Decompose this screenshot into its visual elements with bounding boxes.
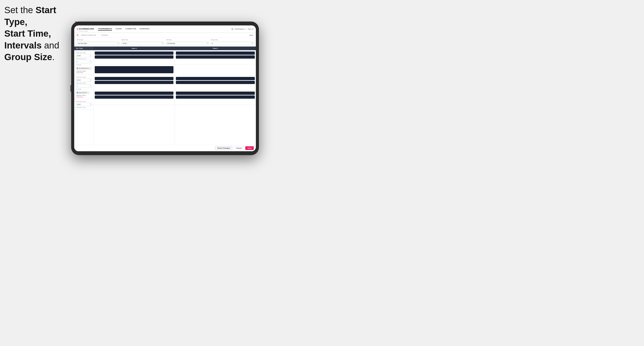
player-x-icon[interactable]: × ○	[170, 52, 172, 54]
team2-group1-player1: × ○	[176, 51, 255, 55]
group-size-select-wrapper[interactable]: 3 2 4	[211, 41, 253, 45]
hole-down-2[interactable]: ▼	[90, 86, 91, 87]
add-group-btn-1[interactable]: + Add Group	[76, 72, 92, 73]
group-size-label: Group Size	[211, 39, 253, 40]
starting-time-value-1: 10:00	[77, 55, 81, 56]
tournament-sub: Hosting	[101, 34, 108, 36]
player-x-icon[interactable]: × ○	[170, 56, 172, 58]
sidebar-column: STARTING TIME: 10:00 ▲ ▼ STARTING HOLE: …	[74, 50, 94, 145]
course-name-1: (A) Peachtree GC	[79, 68, 89, 69]
hole-down-1[interactable]: ▼	[90, 62, 91, 63]
team2-column: × ○ × ○ × ○ × ○	[175, 50, 256, 145]
remove-group-btn-1[interactable]: ○ Remove Group	[76, 70, 92, 72]
player-x-icon[interactable]: × ○	[252, 78, 254, 79]
user-avatar	[231, 28, 234, 30]
team1-course-row1: × ○	[94, 65, 174, 76]
team1-group3-player1: × ○	[95, 92, 174, 95]
th-tee-time: Tee Time	[74, 46, 94, 50]
team1-group3-player2: × ○	[95, 95, 174, 99]
group-size-select[interactable]: 3 2 4	[211, 42, 253, 45]
player-x-icon[interactable]: × ○	[252, 92, 254, 94]
nav-tab-rankings[interactable]: RANKINGS	[140, 27, 150, 31]
instruction-bold-1: Start Type,	[4, 5, 56, 27]
start-time-select-wrapper[interactable]: 10:00 09:00 11:00	[122, 41, 164, 45]
hole-stepper-1[interactable]: ▲ ▼	[90, 61, 91, 63]
nav-tab-teams[interactable]: TEAMS	[116, 27, 122, 31]
hole-stepper-2[interactable]: ▲ ▼	[90, 85, 91, 87]
player-x-icon[interactable]: × ○	[252, 56, 254, 58]
player-x-icon[interactable]: × ○	[252, 96, 254, 98]
starting-time-value-3: 10:20	[77, 104, 81, 105]
time-down-1[interactable]: ▼	[90, 56, 91, 57]
course-tag-1: (A) Peachtree GC ×	[76, 67, 92, 70]
team1-group1-player1: × ○	[95, 51, 174, 55]
table-header: Tee Time Team 1 Team 2	[74, 46, 256, 50]
logo-text-block: SCOREBOARD Powered by clippd	[79, 26, 94, 32]
course-remove-2[interactable]: ×	[88, 92, 88, 94]
team1-group2-player1: × ○	[95, 77, 174, 80]
team2-group3-player1: × ○	[176, 92, 255, 95]
tablet-side-button	[70, 85, 71, 92]
start-time-label: Start Time	[122, 39, 164, 40]
reset-button[interactable]: Reset Changes	[215, 146, 232, 150]
intervals-select-wrapper[interactable]: 10 Minutes 8 Minutes 12 Minutes	[166, 41, 209, 45]
team1-group3: × ○ × ○	[94, 90, 174, 105]
nav-bar: C SCOREBOARD Powered by clippd TOURNAMEN…	[74, 25, 256, 33]
tablet-frame: C SCOREBOARD Powered by clippd TOURNAMEN…	[71, 21, 259, 155]
team1-column: × ○ × ○ × ○ × ○	[94, 50, 175, 145]
start-time-select[interactable]: 10:00 09:00 11:00	[122, 42, 164, 45]
start-type-label: Start Type	[77, 39, 119, 40]
back-button[interactable]: Back	[250, 34, 253, 36]
start-type-select-wrapper[interactable]: 1st Tee Start Shotgun Start	[77, 41, 119, 45]
time-stepper-1[interactable]: ▲ ▼	[90, 54, 91, 57]
start-type-select[interactable]: 1st Tee Start Shotgun Start	[77, 42, 119, 45]
remove-group-btn-2[interactable]: ○ Remove Group	[76, 95, 92, 96]
instruction-bold-3: Intervals	[4, 40, 42, 50]
starting-hole-label-2: STARTING HOLE:	[76, 83, 92, 84]
player-x-icon[interactable]: × ○	[170, 78, 172, 79]
team2-group2-player2: × ○	[176, 81, 255, 84]
sub-header: C Clippd Invitational › Hosting Back	[74, 33, 256, 38]
logo-text: SCOREBOARD	[79, 28, 94, 30]
save-button[interactable]: Save	[245, 146, 254, 150]
team1-group1-player2: × ○	[95, 55, 174, 59]
time-down-3[interactable]: ▼	[90, 104, 91, 105]
cancel-button[interactable]: Cancel	[234, 146, 244, 150]
player-x-icon[interactable]: × ○	[170, 96, 172, 98]
player-x-icon[interactable]: × ○	[170, 92, 172, 94]
footer-bar: Reset Changes Cancel Save	[74, 145, 256, 151]
team1-group2: × ○ × ○	[94, 76, 174, 90]
user-email: blair@clippd.io	[235, 28, 245, 30]
course-tag-2: East Lake GC ×	[76, 92, 89, 94]
time-stepper-2[interactable]: ▲ ▼	[90, 79, 91, 81]
group-actions-2: ○ Remove Group + Add Group	[76, 95, 92, 98]
group-2-sidebar: STARTING TIME: 10:10 ▲ ▼ STARTING HOLE: …	[74, 75, 94, 99]
starting-hole-input-1[interactable]: 1 ▲ ▼	[76, 60, 92, 63]
starting-time-input-2[interactable]: 10:10 ▲ ▼	[76, 78, 92, 82]
player-x-icon[interactable]: × ○	[252, 82, 254, 83]
add-group-btn-2[interactable]: + Add Group	[76, 96, 92, 98]
sign-out-link[interactable]: Sign out	[248, 28, 253, 30]
course-icon-1	[77, 68, 78, 69]
team2-group1: × ○ × ○	[175, 50, 256, 65]
starting-hole-label-1: STARTING HOLE:	[76, 58, 92, 59]
team2-group3: × ○ × ○	[175, 90, 256, 105]
course-remove-1[interactable]: ×	[90, 68, 90, 69]
starting-time-input-1[interactable]: 10:00 ▲ ▼	[76, 54, 92, 57]
intervals-select[interactable]: 10 Minutes 8 Minutes 12 Minutes	[166, 42, 209, 45]
player-x-icon[interactable]: × ○	[170, 69, 172, 70]
nav-tab-committee[interactable]: COMMITTEE	[125, 27, 136, 31]
team2-course-row1	[175, 65, 256, 76]
starting-hole-input-2[interactable]: 1 ▲ ▼	[76, 84, 92, 88]
starting-time-label-2: STARTING TIME:	[76, 76, 92, 78]
time-down-2[interactable]: ▼	[90, 80, 91, 81]
player-x-icon[interactable]: × ○	[252, 52, 254, 54]
nav-tabs: TOURNAMENTS TEAMS COMMITTEE RANKINGS	[98, 27, 231, 31]
time-stepper-3[interactable]: ▲ ▼	[90, 103, 91, 105]
nav-tab-tournaments[interactable]: TOURNAMENTS	[98, 27, 112, 31]
player-x-icon[interactable]: × ○	[170, 82, 172, 83]
tablet-screen: C SCOREBOARD Powered by clippd TOURNAMEN…	[74, 25, 256, 151]
group-1-sidebar: STARTING TIME: 10:00 ▲ ▼ STARTING HOLE: …	[74, 50, 94, 75]
starting-time-input-3[interactable]: 10:20 ▲ ▼	[76, 103, 92, 106]
logo-area: C SCOREBOARD Powered by clippd	[77, 26, 94, 32]
